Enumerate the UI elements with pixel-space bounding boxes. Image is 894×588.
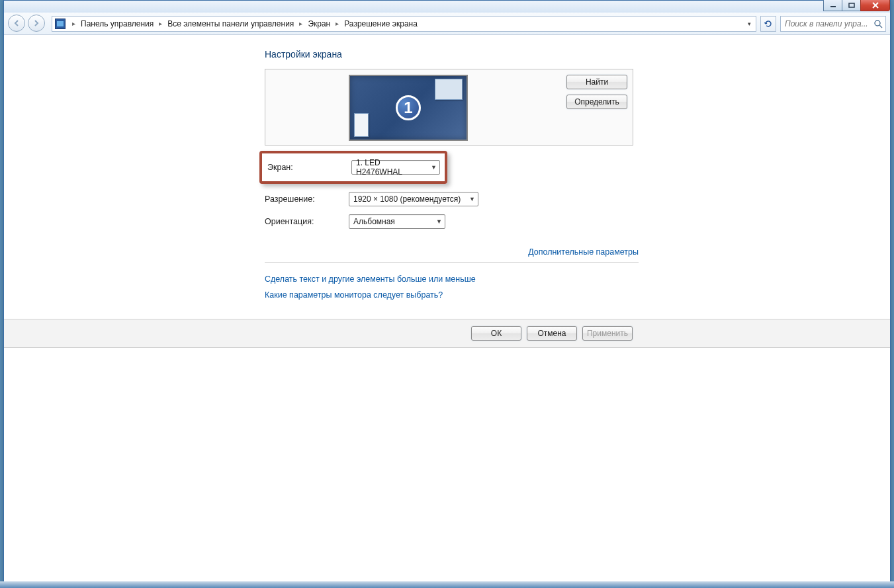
orientation-select[interactable]: Альбомная ▼ [349, 214, 445, 229]
minimize-button[interactable] [823, 0, 842, 11]
orientation-label: Ориентация: [265, 217, 349, 226]
find-button[interactable]: Найти [566, 75, 627, 89]
breadcrumb-item[interactable]: Экран [306, 19, 332, 28]
resolution-select-value: 1920 × 1080 (рекомендуется) [353, 194, 461, 204]
breadcrumb-item[interactable]: Панель управления [79, 19, 155, 28]
chevron-right-icon: ▸ [68, 20, 79, 27]
chevron-right-icon: ▸ [332, 20, 343, 27]
resolution-select[interactable]: 1920 × 1080 (рекомендуется) ▼ [349, 192, 478, 206]
control-panel-window: ▸ Панель управления ▸ Все элементы панел… [3, 0, 891, 588]
advanced-settings-link[interactable]: Дополнительные параметры [528, 247, 639, 257]
nav-arrows [8, 15, 48, 33]
display-preview-panel: 1 Найти Определить [265, 69, 633, 146]
separator [265, 262, 639, 263]
mini-window-icon [354, 113, 369, 137]
monitor-preview[interactable]: 1 [349, 75, 468, 141]
svg-line-5 [879, 25, 882, 28]
back-button[interactable] [8, 15, 25, 32]
refresh-button[interactable] [760, 16, 776, 32]
text-size-link[interactable]: Сделать текст и другие элементы больше и… [265, 274, 476, 284]
breadcrumb-item[interactable]: Разрешение экрана [343, 19, 419, 28]
search-box[interactable] [780, 16, 886, 32]
search-icon [873, 19, 883, 28]
maximize-button[interactable] [842, 0, 861, 11]
content-area: Настройки экрана 1 Найти Определить Экра… [4, 36, 890, 587]
search-input[interactable] [781, 17, 885, 31]
cancel-button[interactable]: Отмена [527, 326, 577, 341]
chevron-down-icon: ▼ [431, 164, 437, 171]
control-panel-icon [55, 19, 66, 29]
page-title: Настройки экрана [265, 49, 890, 60]
taskbar[interactable] [0, 581, 894, 588]
titlebar[interactable] [4, 1, 890, 13]
close-button[interactable] [860, 0, 890, 11]
orientation-select-value: Альбомная [353, 217, 395, 226]
dialog-footer: ОК Отмена Применить [4, 319, 890, 348]
ok-button[interactable]: ОК [471, 326, 521, 341]
screen-label: Экран: [267, 163, 351, 172]
identify-button[interactable]: Определить [566, 95, 627, 109]
chevron-down-icon: ▼ [469, 196, 475, 202]
svg-point-4 [875, 21, 880, 26]
screen-select[interactable]: 1. LED H2476WHAL ▼ [351, 160, 440, 175]
apply-button[interactable]: Применить [582, 326, 633, 341]
chevron-right-icon: ▸ [295, 20, 306, 27]
address-bar: ▸ Панель управления ▸ Все элементы панел… [4, 13, 890, 35]
forward-button[interactable] [28, 15, 45, 32]
monitor-number-badge: 1 [396, 95, 421, 120]
chevron-right-icon: ▸ [155, 20, 166, 27]
highlight-annotation: Экран: 1. LED H2476WHAL ▼ [259, 151, 447, 184]
breadcrumb-item[interactable]: Все элементы панели управления [166, 19, 295, 28]
mini-window-icon [435, 79, 463, 100]
breadcrumb-dropdown[interactable]: ▾ [744, 17, 754, 30]
resolution-label: Разрешение: [265, 194, 349, 204]
svg-rect-1 [849, 3, 854, 7]
chevron-down-icon: ▼ [436, 218, 442, 225]
screen-select-value: 1. LED H2476WHAL [356, 158, 426, 177]
breadcrumb[interactable]: ▸ Панель управления ▸ Все элементы панел… [52, 16, 756, 32]
monitor-help-link[interactable]: Какие параметры монитора следует выбрать… [265, 290, 443, 300]
